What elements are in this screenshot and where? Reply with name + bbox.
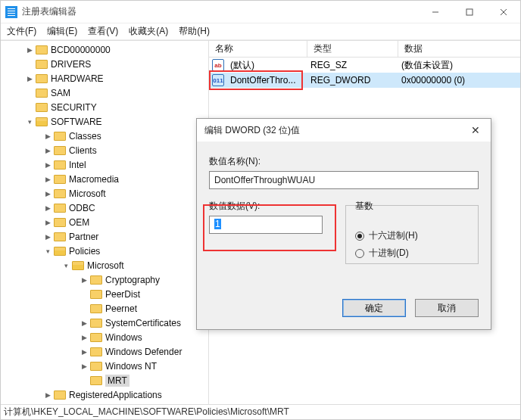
tree-item[interactable]: PeerDist bbox=[1, 287, 208, 301]
base-group: 基数 十六进制(H) 十进制(D) bbox=[345, 205, 479, 264]
tree-item[interactable]: Peernet bbox=[1, 301, 208, 316]
reg-sz-icon: ab bbox=[212, 59, 224, 71]
tree-item[interactable]: SECURITY bbox=[1, 100, 208, 114]
tree-item[interactable]: DRIVERS bbox=[1, 57, 208, 71]
tree-item[interactable]: ▶Microsoft bbox=[1, 186, 208, 201]
tree-item[interactable]: ▾SOFTWARE bbox=[1, 114, 208, 129]
menu-edit[interactable]: 编辑(E) bbox=[47, 25, 77, 38]
list-header: 名称 类型 数据 bbox=[209, 41, 520, 58]
menubar: 文件(F) 编辑(E) 查看(V) 收藏夹(A) 帮助(H) bbox=[1, 23, 520, 40]
dialog-titlebar: 编辑 DWORD (32 位)值 ✕ bbox=[197, 119, 491, 142]
col-data[interactable]: 数据 bbox=[398, 41, 520, 57]
regedit-window: 注册表编辑器 文件(F) 编辑(E) 查看(V) 收藏夹(A) 帮助(H) ▶B… bbox=[0, 0, 521, 420]
tree-item[interactable]: ▾Microsoft bbox=[1, 258, 208, 272]
menu-favorites[interactable]: 收藏夹(A) bbox=[129, 25, 168, 38]
tree-item[interactable]: ▶OEM bbox=[1, 215, 208, 229]
radio-dec[interactable]: 十进制(D) bbox=[355, 247, 469, 260]
status-path: 计算机\HKEY_LOCAL_MACHINE\SOFTWARE\Policies… bbox=[4, 406, 289, 418]
edit-dword-dialog: 编辑 DWORD (32 位)值 ✕ 数值名称(N): 数值数据(V): 1 基… bbox=[196, 118, 491, 330]
ok-button[interactable]: 确定 bbox=[342, 299, 406, 317]
tree-item[interactable]: ▾Policies bbox=[1, 244, 208, 258]
dialog-close-button[interactable]: ✕ bbox=[460, 124, 491, 136]
regedit-icon bbox=[5, 6, 17, 18]
tree-item[interactable]: ▶Partner bbox=[1, 229, 208, 244]
close-button[interactable] bbox=[486, 1, 520, 23]
menu-help[interactable]: 帮助(H) bbox=[179, 25, 210, 38]
tree-item[interactable]: SAM bbox=[1, 86, 208, 100]
value-name-label: 数值名称(N): bbox=[209, 155, 479, 168]
tree-item[interactable]: ▶Macromedia bbox=[1, 172, 208, 186]
tree-item[interactable]: ▶HARDWARE bbox=[1, 71, 208, 86]
reg-dword-icon: 011 bbox=[212, 74, 224, 86]
titlebar: 注册表编辑器 bbox=[1, 1, 520, 23]
radio-dot-icon bbox=[355, 249, 364, 258]
list-row-selected[interactable]: 011 DontOfferThro... REG_DWORD 0x0000000… bbox=[209, 73, 520, 88]
list-row[interactable]: ab (默认) REG_SZ (数值未设置) bbox=[209, 58, 520, 73]
statusbar: 计算机\HKEY_LOCAL_MACHINE\SOFTWARE\Policies… bbox=[1, 404, 520, 419]
tree-item-selected[interactable]: MRT bbox=[1, 373, 208, 387]
tree-item[interactable]: ▶Windows NT bbox=[1, 359, 208, 373]
tree-item[interactable]: ▶Windows Defender bbox=[1, 344, 208, 359]
tree-item[interactable]: ▶BCD00000000 bbox=[1, 42, 208, 57]
tree-item[interactable]: ▶Clients bbox=[1, 143, 208, 157]
dialog-title: 编辑 DWORD (32 位)值 bbox=[204, 124, 300, 137]
tree-item[interactable]: ▶Windows bbox=[1, 330, 208, 344]
window-title: 注册表编辑器 bbox=[22, 5, 418, 18]
maximize-button[interactable] bbox=[452, 1, 486, 23]
col-type[interactable]: 类型 bbox=[307, 41, 398, 57]
tree[interactable]: ▶BCD00000000 DRIVERS ▶HARDWARE SAM SECUR… bbox=[1, 41, 209, 404]
value-data-field[interactable]: 1 bbox=[209, 216, 323, 234]
tree-item[interactable]: ▶RegisteredApplications bbox=[1, 387, 208, 402]
value-name-field[interactable] bbox=[209, 171, 479, 189]
cancel-button[interactable]: 取消 bbox=[415, 299, 479, 317]
svg-rect-0 bbox=[466, 9, 473, 15]
tree-item[interactable]: ▶SystemCertificates bbox=[1, 316, 208, 330]
tree-item[interactable]: ▶Intel bbox=[1, 157, 208, 172]
tree-item[interactable]: ▶Cryptography bbox=[1, 272, 208, 287]
minimize-button[interactable] bbox=[418, 1, 452, 23]
tree-item[interactable]: ▶Classes bbox=[1, 129, 208, 143]
radio-hex[interactable]: 十六进制(H) bbox=[355, 229, 469, 242]
col-name[interactable]: 名称 bbox=[209, 41, 307, 57]
menu-file[interactable]: 文件(F) bbox=[7, 25, 36, 38]
window-buttons bbox=[418, 1, 520, 23]
radio-dot-icon bbox=[355, 232, 364, 241]
menu-view[interactable]: 查看(V) bbox=[88, 25, 118, 38]
tree-item[interactable]: ▶ODBC bbox=[1, 201, 208, 215]
